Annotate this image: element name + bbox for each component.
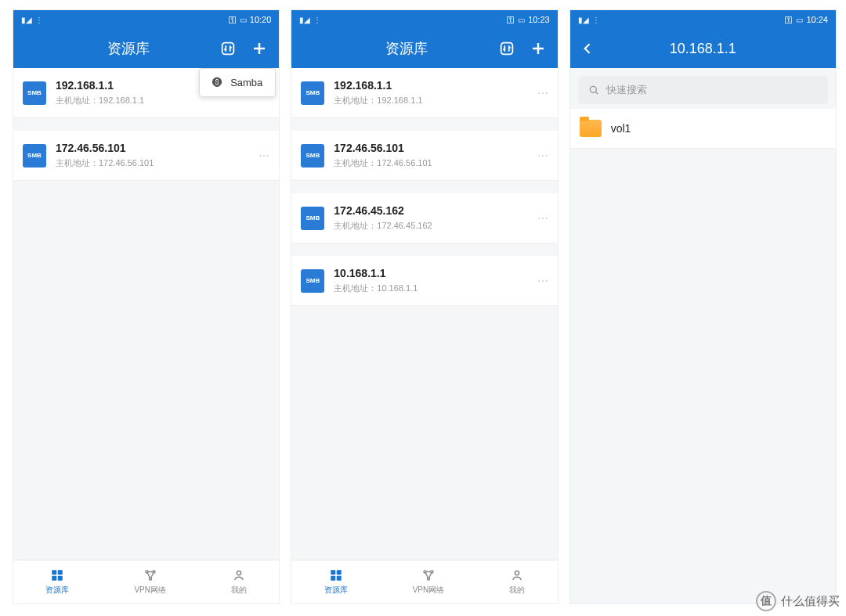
add-icon[interactable] — [246, 35, 273, 62]
add-icon[interactable] — [525, 35, 551, 62]
server-name: 192.168.1.1 — [334, 79, 527, 92]
wifi-icon: ⋮ — [35, 16, 43, 24]
battery-icon: ▭ — [240, 16, 247, 24]
phone-screen-1: ▮◢ ⋮ ⚿ ▭ 10:20 资源库 🅢 Samba SMB — [13, 9, 280, 604]
signal-icon: ▮◢ — [299, 16, 310, 24]
phone-screen-2: ▮◢ ⋮ ⚿ ▭ 10:23 资源库 SMB 192.168.1.1 — [291, 9, 558, 604]
tab-mine[interactable]: 我的 — [509, 568, 525, 596]
server-name: 172.46.56.101 — [334, 142, 527, 154]
tab-library[interactable]: 资源库 — [45, 568, 69, 596]
status-bar: ▮◢ ⋮ ⚿ ▭ 10:20 — [13, 10, 279, 29]
smb-icon: SMB — [301, 144, 324, 168]
server-subtitle: 主机地址：192.168.1.1 — [334, 95, 527, 106]
server-subtitle: 主机地址：172.46.56.101 — [56, 157, 249, 169]
signal-icon: ▮◢ — [578, 16, 589, 24]
svg-rect-3 — [52, 576, 57, 581]
more-icon[interactable]: ⋯ — [537, 275, 548, 287]
server-name: 172.46.56.101 — [56, 142, 249, 154]
dropdown-label: Samba — [230, 77, 262, 88]
search-placeholder: 快速搜索 — [606, 83, 647, 97]
server-row[interactable]: SMB 10.168.1.1 主机地址：10.168.1.1 ⋯ — [291, 256, 557, 306]
svg-rect-12 — [331, 576, 335, 581]
tab-mine[interactable]: 我的 — [231, 568, 247, 596]
smb-icon: SMB — [301, 81, 324, 105]
svg-point-5 — [146, 571, 148, 573]
signal-icon: ▮◢ — [21, 16, 32, 24]
smb-icon: SMB — [301, 207, 324, 230]
key-icon: ⚿ — [507, 16, 515, 24]
server-name: 172.46.45.162 — [334, 204, 527, 217]
wifi-icon: ⋮ — [313, 16, 321, 24]
tab-label: VPN网络 — [413, 585, 445, 596]
svg-point-17 — [515, 571, 519, 575]
server-row[interactable]: SMB 172.46.56.101 主机地址：172.46.56.101 ⋯ — [13, 131, 279, 181]
server-subtitle: 主机地址：10.168.1.1 — [334, 283, 527, 294]
search-input[interactable]: 快速搜索 — [578, 76, 828, 104]
server-subtitle: 主机地址：172.46.56.101 — [334, 157, 527, 169]
tab-label: 我的 — [231, 585, 247, 596]
transfer-icon[interactable] — [494, 35, 520, 62]
svg-point-14 — [424, 571, 426, 573]
status-bar: ▮◢ ⋮ ⚿ ▭ 10:23 — [291, 10, 557, 29]
watermark-badge: 值 — [756, 591, 776, 611]
svg-rect-11 — [337, 570, 342, 575]
wifi-icon: ⋮ — [592, 16, 600, 24]
tab-label: 资源库 — [45, 585, 69, 596]
status-bar: ▮◢ ⋮ ⚿ ▭ 10:24 — [570, 10, 836, 29]
smb-icon: SMB — [23, 81, 46, 105]
smb-icon: SMB — [301, 269, 324, 293]
content-area: SMB 192.168.1.1 主机地址：192.168.1.1 ⋯ SMB 1… — [291, 68, 557, 560]
more-icon[interactable]: ⋯ — [537, 212, 548, 225]
search-icon — [588, 84, 600, 96]
content-area: 快速搜索 vol1 — [570, 68, 836, 603]
watermark-text: 什么值得买 — [781, 594, 840, 609]
svg-rect-13 — [337, 576, 342, 581]
folder-icon — [580, 120, 602, 137]
app-bar: 资源库 — [13, 29, 279, 68]
svg-point-18 — [590, 86, 596, 92]
svg-rect-2 — [58, 570, 63, 575]
server-row[interactable]: SMB 172.46.45.162 主机地址：172.46.45.162 ⋯ — [291, 193, 557, 243]
tab-vpn[interactable]: VPN网络 — [413, 568, 445, 596]
svg-rect-0 — [222, 43, 234, 55]
add-menu-samba[interactable]: 🅢 Samba — [199, 68, 276, 97]
watermark: 值 什么值得买 — [756, 591, 840, 611]
more-icon[interactable]: ⋯ — [537, 149, 548, 162]
app-bar: 资源库 — [291, 29, 557, 68]
svg-point-16 — [427, 578, 429, 580]
content-area: 🅢 Samba SMB 192.168.1.1 主机地址：192.168.1.1… — [13, 68, 279, 560]
app-bar: 10.168.1.1 — [570, 29, 836, 68]
svg-point-7 — [149, 578, 151, 580]
more-icon[interactable]: ⋯ — [537, 87, 548, 99]
svg-rect-10 — [331, 570, 335, 575]
server-row[interactable]: SMB 192.168.1.1 主机地址：192.168.1.1 ⋯ — [291, 68, 557, 118]
server-name: 10.168.1.1 — [334, 267, 527, 279]
key-icon: ⚿ — [785, 16, 793, 24]
phone-screen-3: ▮◢ ⋮ ⚿ ▭ 10:24 10.168.1.1 快速搜索 vol1 — [569, 9, 837, 604]
tab-label: 资源库 — [324, 585, 348, 596]
svg-point-15 — [431, 571, 433, 573]
svg-rect-9 — [501, 43, 512, 55]
more-icon[interactable]: ⋯ — [258, 149, 269, 162]
transfer-icon[interactable] — [215, 35, 241, 62]
page-title: 资源库 — [320, 39, 493, 58]
battery-icon: ▭ — [796, 16, 803, 24]
samba-icon: 🅢 — [212, 77, 222, 88]
tab-library[interactable]: 资源库 — [324, 568, 348, 596]
tab-vpn[interactable]: VPN网络 — [134, 568, 166, 596]
tab-label: 我的 — [509, 585, 525, 596]
status-time: 10:24 — [806, 15, 828, 24]
status-time: 10:23 — [528, 15, 550, 24]
svg-rect-4 — [58, 576, 63, 581]
bottom-nav: 资源库 VPN网络 我的 — [291, 560, 557, 603]
back-icon[interactable] — [577, 38, 598, 59]
smb-icon: SMB — [23, 144, 46, 168]
bottom-nav: 资源库 VPN网络 我的 — [13, 560, 279, 603]
page-title: 10.168.1.1 — [598, 41, 808, 57]
server-subtitle: 主机地址：172.46.45.162 — [334, 220, 527, 232]
folder-row[interactable]: vol1 — [570, 109, 836, 149]
battery-icon: ▭ — [518, 16, 525, 24]
server-row[interactable]: SMB 172.46.56.101 主机地址：172.46.56.101 ⋯ — [291, 131, 557, 181]
svg-point-8 — [237, 571, 240, 575]
tab-label: VPN网络 — [134, 585, 166, 596]
